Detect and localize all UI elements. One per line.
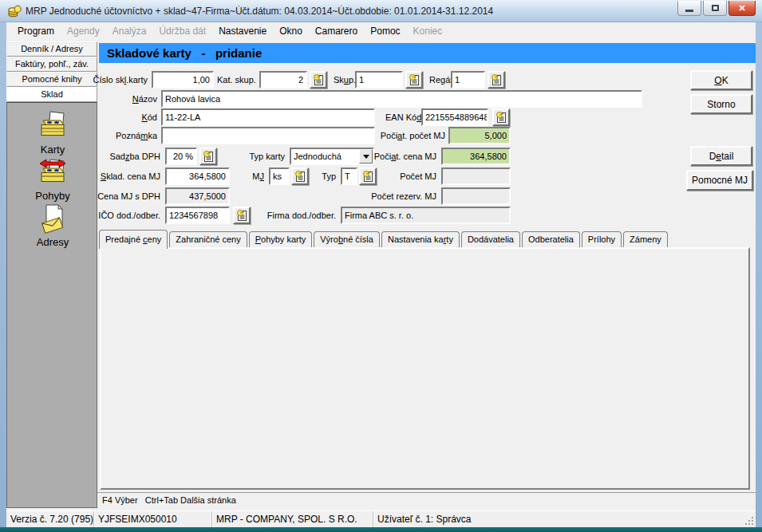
sidebar-item-sklad[interactable]: Sklad [6, 87, 97, 102]
ean-input[interactable]: 2215554889648 [421, 108, 488, 126]
menu-pomoc[interactable]: Pomoc [364, 24, 406, 38]
window-border-left [0, 21, 6, 527]
menu-agendy: Agendy [61, 24, 106, 38]
pomocne-mj-button[interactable]: Pomocné MJ [686, 170, 753, 191]
typ-input[interactable]: T [341, 167, 357, 185]
sklad-cena-input[interactable]: 364,5800 [165, 167, 230, 185]
poznamka-label: Poznámka [116, 127, 157, 144]
menu-camarero[interactable]: Camarero [309, 24, 364, 38]
pociat-cena-field: 364,5800 [441, 148, 511, 165]
tab-predajne-ceny[interactable]: Predajné ceny [99, 230, 168, 249]
mj-lookup-button[interactable] [291, 167, 309, 185]
menu-nastavenie[interactable]: Nastavenie [212, 24, 273, 38]
menu-program[interactable]: Program [11, 24, 61, 38]
tool-pohyby[interactable]: Pohyby [7, 157, 98, 202]
regal-input[interactable]: 1 [451, 71, 485, 89]
menu-analyza: Analýza [106, 24, 153, 38]
statusbar: Verzia č. 7.20 (795) YJFSEIMX050010 MRP … [6, 510, 756, 527]
menubar: Program Agendy Analýza Údržba dát Nastav… [6, 22, 756, 40]
detail-button[interactable]: Detail [690, 146, 752, 166]
cena-s-dph-label: Cena MJ s DPH [97, 187, 160, 205]
pociat-pocet-field: 5,000 [448, 127, 511, 144]
cena-s-dph-field: 437,5000 [165, 187, 230, 205]
sidebar-item-dennik-adresy[interactable]: Denník / Adresy [6, 41, 97, 57]
titlebar[interactable]: MRP Jednoduché účtovníctvo + sklad~47-Fi… [0, 0, 762, 22]
skup-input[interactable]: 1 [355, 71, 403, 89]
pocet-mj-field [441, 167, 511, 185]
ico-input[interactable]: 1234567898 [165, 207, 230, 224]
pocet-rezerv-field [441, 187, 511, 205]
minimize-icon [685, 10, 693, 12]
typ-karty-select[interactable]: Jednoduchá [290, 148, 374, 165]
sklad-cena-label: Sklad. cena MJ [101, 167, 160, 185]
card-file-arrows-icon [37, 157, 69, 189]
sadzba-lookup-button[interactable] [199, 148, 217, 165]
tool-karty[interactable]: Karty [7, 111, 98, 156]
window-border-right [756, 21, 762, 527]
kod-label: Kód [141, 108, 157, 126]
ean-lookup-button[interactable] [492, 108, 510, 126]
tab-prilohy[interactable]: Prílohy [582, 231, 622, 247]
list-lookup-icon [312, 73, 325, 86]
cislo-input[interactable]: 1,00 [152, 71, 214, 89]
minimize-button[interactable] [677, 1, 701, 16]
cislo-label: Číslo skl.karty [93, 71, 148, 89]
tab-bar: Predajné ceny Zahraničné ceny Pohyby kar… [99, 230, 669, 247]
mj-input[interactable]: ks [269, 167, 290, 185]
hint-statusline: F4 Výber Ctrl+Tab Dalšia stránka [97, 492, 756, 508]
tool-karty-label: Karty [7, 144, 98, 156]
status-company: MRP - COMPANY, SPOL. S R.O. [212, 511, 373, 527]
sidebar-item-faktury[interactable]: Faktúry, pohľ., záv. [6, 57, 97, 72]
resize-grip-icon[interactable] [744, 516, 754, 526]
kat-skup-lookup-button[interactable] [310, 71, 327, 89]
close-button[interactable]: ✕ [728, 1, 756, 16]
nazov-input[interactable]: Rohová lavica [161, 90, 642, 108]
app-window: MRP Jednoduché účtovníctvo + sklad~47-Fi… [0, 0, 762, 532]
tool-adresy[interactable]: Adresy [7, 203, 98, 248]
sidebar-tool-panel: Karty Pohyby Adresy [6, 102, 97, 508]
restore-button[interactable] [703, 1, 727, 16]
tab-vyrobne-cisla[interactable]: Výrobné čísla [314, 231, 380, 247]
tab-zameny[interactable]: Zámeny [623, 231, 668, 247]
close-icon: ✕ [738, 3, 745, 14]
tab-odberatelia[interactable]: Odberatelia [522, 231, 580, 247]
pocet-rezerv-label: Počet rezerv. MJ [371, 187, 436, 205]
pocet-mj-label: Počet MJ [400, 167, 436, 185]
page-title: Skladové karty - pridanie [99, 43, 756, 63]
chevron-down-icon[interactable] [359, 149, 373, 164]
card-file-icon [37, 111, 69, 143]
tab-zahranicne-ceny[interactable]: Zahraničné ceny [169, 231, 247, 247]
ico-lookup-button[interactable] [233, 207, 251, 224]
sadzba-label: Sadzba DPH [109, 148, 160, 165]
sadzba-input[interactable]: 20 % [165, 148, 197, 165]
list-lookup-icon [294, 170, 306, 183]
kat-skup-input[interactable]: 2 [259, 71, 307, 89]
tab-pohyby-karty[interactable]: Pohyby karty [249, 231, 313, 247]
storno-button[interactable]: Storno [690, 94, 752, 114]
menu-udrzba-dat: Údržba dát [152, 24, 212, 38]
firma-label: Firma dod./odber. [267, 207, 336, 224]
list-lookup-icon [490, 73, 503, 86]
ok-button[interactable]: OK [690, 70, 752, 90]
ean-label: EAN Kód [385, 108, 421, 126]
list-lookup-icon [495, 111, 507, 124]
pociat-cena-label: Počiat. cena MJ [374, 148, 436, 165]
mj-label: MJ [252, 167, 264, 185]
typ-karty-label: Typ karty [249, 148, 285, 165]
kod-input[interactable]: 11-22-LA [161, 108, 375, 126]
list-lookup-icon [235, 209, 248, 222]
regal-lookup-button[interactable] [488, 71, 505, 89]
tab-dodavatelia[interactable]: Dodávatelia [461, 231, 520, 247]
list-lookup-icon [202, 150, 215, 163]
sidebar-item-pomocne-knihy[interactable]: Pomocné knihy [6, 72, 97, 87]
typ-karty-value: Jednoduchá [294, 152, 342, 161]
skup-lookup-button[interactable] [405, 71, 423, 89]
menu-okno[interactable]: Okno [273, 24, 309, 38]
regal-label: Regál [429, 71, 452, 89]
status-user: Užívateľ č. 1: Správca [373, 511, 756, 527]
tab-nastavenia-karty[interactable]: Nastavenia karty [381, 231, 460, 247]
poznamka-input[interactable] [161, 127, 375, 144]
typ-lookup-button[interactable] [359, 167, 377, 185]
pociat-pocet-label: Počiat. počet MJ [381, 127, 445, 144]
typ-label: Typ [322, 167, 336, 185]
